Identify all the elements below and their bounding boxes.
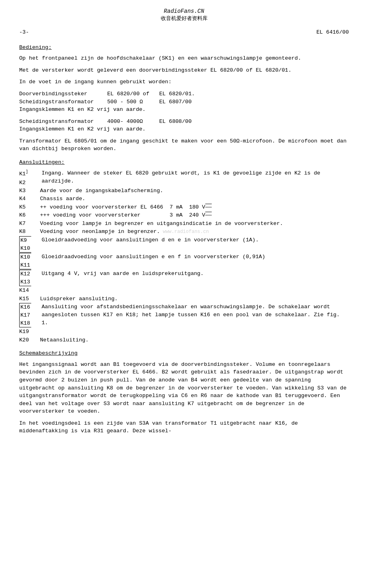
bediening-title: Bediening: [19, 44, 349, 52]
conn-item-k6: K6 +++ voeding voor voorversterker 3 mA … [19, 211, 349, 219]
doc-id: EL 6416/00 [316, 28, 349, 36]
conn-key-label: K11 [20, 261, 30, 269]
conn-item-k10k11: K10 K11 Gloeidraadvoeding voor aansluiti… [19, 253, 349, 269]
conn-key-label: K12 [20, 270, 30, 278]
bediening-para4: Transformator EL 6805/01 om de ingang ge… [19, 137, 349, 153]
bediening-table1: Doorverbindingssteker EL 6820/00 of EL 6… [19, 90, 349, 114]
table-cell: EL 6808/00 [159, 118, 223, 126]
table-cell: 500 - 500 Ω [107, 98, 159, 106]
table-cell: Doorverbindingssteker [19, 90, 107, 98]
conn-key-label: K3 [19, 187, 40, 195]
conn-item-k1k2: K1] K2 Ingang. Wanneer de steker EL 6820… [19, 169, 349, 186]
schemabeschrijving-title: Schemabeschrijving [19, 349, 349, 357]
table-cell: EL 6807/00 [159, 98, 223, 106]
conn-key-label: K9 [20, 237, 30, 245]
table-cell: EL 6820/01. [159, 90, 223, 98]
page-number: -3- [19, 28, 29, 36]
schemabeschrijving-para2: In het voedingsdeel is een zijde van S3A… [19, 419, 349, 435]
table-cell: Ingangsklemmen K1 en K2 vrij van aarde. [19, 106, 146, 114]
aansluitingen-title: Aansluitingen: [19, 159, 349, 167]
page-header: RadioFans.CN 收音机爱好者资料库 [19, 7, 349, 23]
conn-key-label: K4 [19, 195, 40, 203]
conn-desc: Luidspreker aansluiting. [40, 295, 349, 303]
conn-key-label: K10 [20, 253, 30, 261]
conn-item-k5: K5 ++ voeding voor voorversterker EL 646… [19, 203, 349, 211]
table-row: Doorverbindingssteker EL 6820/00 of EL 6… [19, 90, 349, 98]
conn-item-k15: K15 Luidspreker aansluiting. [19, 295, 349, 303]
conn-key-label: K8 [19, 228, 40, 236]
conn-desc: Aansluiting voor afstandsbedieningsschak… [42, 303, 349, 327]
conn-key-label: K6 [19, 211, 40, 219]
conn-item-k20: K20 Netaansluiting. [19, 336, 349, 344]
conn-key-label: K17 [20, 311, 30, 319]
schemabeschrijving-para1: Het ingangssignaal wordt aan B1 toegevoe… [19, 361, 349, 415]
page-line: -3- EL 6416/00 [19, 28, 349, 36]
conn-key-label: K19 [19, 328, 40, 336]
conn-desc: Gloeidraadvoeding voor aansluitingen e e… [42, 253, 349, 261]
conn-key-label: K7 [19, 220, 40, 228]
conn-item-k19: K19 [19, 328, 349, 336]
table-row: Ingangsklemmen K1 en K2 vrij van aarde. [19, 125, 349, 133]
connections-list: K1] K2 Ingang. Wanneer de steker EL 6820… [19, 169, 349, 344]
conn-key-label: K1] [19, 169, 28, 178]
conn-desc: Aarde voor de ingangskabelafscherming. [40, 187, 349, 195]
conn-desc: Voeding voor lampje in begrenzer en uitg… [40, 220, 349, 228]
conn-key-label: K5 [19, 203, 40, 211]
site-name: RadioFans.CN [19, 7, 349, 15]
conn-desc: Ingang. Wanneer de steker EL 6820 gebrui… [42, 169, 349, 185]
conn-item-k9k10: K9 K10 Gloeidraadvoeding voor aansluitin… [19, 236, 349, 253]
conn-desc: +++ voeding voor voorversterker 3 mA 240… [40, 211, 349, 219]
conn-key-label: K18 [20, 319, 30, 327]
conn-desc: Uitgang 4 V, vrij van aarde en luidsprek… [42, 270, 349, 278]
bediening-para1: Op het frontpaneel zijn de hoofdschakela… [19, 54, 349, 62]
conn-key-label: K16 [20, 303, 30, 311]
conn-desc: Gloeidraadvoeding voor aansluitingen d e… [42, 236, 349, 244]
table-cell: EL 6820/00 of [107, 90, 159, 98]
conn-key-label: K10 [20, 245, 30, 253]
bediening-table2: Scheidingstransformator 4000- 4000Ω EL 6… [19, 118, 349, 133]
conn-item-k7: K7 Voeding voor lampje in begrenzer en u… [19, 220, 349, 228]
bediening-section: Bediening: Op het frontpaneel zijn de ho… [19, 44, 349, 153]
conn-key-label: K15 [19, 295, 40, 303]
conn-desc: Voeding voor neonlampje in begrenzer. ww… [40, 228, 349, 236]
table-row: Scheidingstransformator 500 - 500 Ω EL 6… [19, 98, 349, 106]
conn-item-k12k13: K12 K13 Uitgang 4 V, vrij van aarde en l… [19, 270, 349, 286]
aansluitingen-section: Aansluitingen: K1] K2 Ingang. Wanneer de… [19, 159, 349, 344]
conn-key-label: K13 [20, 278, 30, 286]
conn-desc: ++ voeding voor voorversterker EL 6466 7… [40, 203, 349, 211]
bediening-para3: In de voet in de ingang kunnen gebruikt … [19, 78, 349, 86]
conn-key-label: K2 [19, 178, 26, 187]
conn-desc: Netaansluiting. [40, 336, 349, 344]
site-chinese: 收音机爱好者资料库 [19, 15, 349, 23]
table-row: Ingangsklemmen K1 en K2 vrij van aarde. [19, 106, 349, 114]
schemabeschrijving-section: Schemabeschrijving Het ingangssignaal wo… [19, 349, 349, 435]
bediening-para2: Met de versterker wordt geleverd een doo… [19, 66, 349, 74]
conn-key-label: K20 [19, 336, 40, 344]
conn-item-k8: K8 Voeding voor neonlampje in begrenzer.… [19, 228, 349, 236]
table-row: Scheidingstransformator 4000- 4000Ω EL 6… [19, 118, 349, 126]
conn-item-k3: K3 Aarde voor de ingangskabelafscherming… [19, 187, 349, 195]
table-cell: Ingangsklemmen K1 en K2 vrij van aarde. [19, 125, 146, 133]
table-cell: 4000- 4000Ω [107, 118, 159, 126]
conn-item-k16k17k18: K16 K17 K18 Aansluiting voor afstandsbed… [19, 303, 349, 327]
table-cell: Scheidingstransformator [19, 98, 107, 106]
conn-key-label: K14 [19, 287, 40, 295]
conn-item-k14: K14 [19, 287, 349, 295]
conn-desc: Chassis aarde. [40, 195, 349, 203]
conn-item-k4: K4 Chassis aarde. [19, 195, 349, 203]
table-cell: Scheidingstransformator [19, 118, 107, 126]
